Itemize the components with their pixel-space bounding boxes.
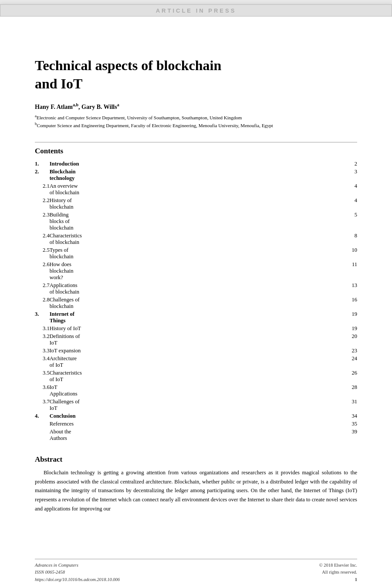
toc-row: 2.4Characteristics of blockchain8 — [35, 232, 357, 246]
toc-row: 3.4Architecture of IoT24 — [35, 355, 357, 369]
toc-page: 20 — [348, 332, 358, 347]
toc-label: Challenges of IoT — [50, 398, 82, 412]
toc-row: 3.1History of IoT19 — [35, 324, 357, 332]
toc-num: 3.1 — [35, 324, 50, 332]
contents-title: Contents — [35, 147, 357, 155]
toc-num: 2.5 — [35, 246, 50, 260]
toc-num: 1. — [35, 160, 50, 168]
toc-label: Applications of blockchain — [50, 281, 82, 296]
footer-doi: https://doi.org/10.1016/bs.adcom.2018.10… — [35, 577, 120, 582]
toc-label: IoT Applications — [50, 383, 82, 398]
toc-row: 2.6How does blockchain work?11 — [35, 260, 357, 281]
toc-page: 3 — [348, 168, 358, 182]
affil-a-text: Electronic and Computer Science Departme… — [37, 115, 242, 120]
toc-label: Characteristics of blockchain — [50, 232, 82, 246]
toc-label: Challenges of blockchain — [50, 296, 82, 310]
toc-row: 2.3Building blocks of blockchain5 — [35, 211, 357, 232]
toc-row: 2.7Applications of blockchain13 — [35, 281, 357, 296]
toc-label: Blockchain technology — [50, 168, 82, 182]
toc-num: 2. — [35, 168, 50, 182]
toc-row: 2.1An overview of blockchain4 — [35, 182, 357, 196]
toc-label: Conclusion — [50, 412, 82, 420]
toc-page: 31 — [348, 398, 358, 412]
toc-page: 10 — [348, 246, 358, 260]
toc-page: 28 — [348, 383, 358, 398]
footer-page-number: 1 — [355, 577, 357, 582]
coauthor-sup: a — [117, 102, 119, 107]
toc-label: About the Authors — [50, 428, 82, 442]
toc-label: Architecture of IoT — [50, 355, 82, 369]
toc-num: 3.5 — [35, 369, 50, 383]
toc-row: 3.2Definitions of IoT20 — [35, 332, 357, 347]
toc-num: 3.2 — [35, 332, 50, 347]
toc-page: 2 — [348, 160, 358, 168]
toc-row: 2.8Challenges of blockchain16 — [35, 296, 357, 310]
footer-left: Advances in Computers ISSN 0065-2458 htt… — [35, 562, 120, 584]
toc-page: 39 — [348, 428, 358, 442]
abstract-section: Abstract Blockchain technology is gettin… — [35, 455, 357, 513]
authors-line: Hany F. Atlama,b, Gary B. Willsa — [35, 102, 357, 111]
footer-copyright: © 2018 Elsevier Inc. — [319, 563, 357, 568]
toc-page: 13 — [348, 281, 358, 296]
toc-row: 2.2History of blockchain4 — [35, 196, 357, 211]
toc-page: 19 — [348, 310, 358, 324]
toc-row: 3.7Challenges of IoT31 — [35, 398, 357, 412]
abstract-title: Abstract — [35, 455, 357, 464]
toc-num: 3. — [35, 310, 50, 324]
contents-section: Contents 1.Introduction22.Blockchain tec… — [35, 147, 357, 442]
footer-issn: ISSN 0065-2458 — [35, 570, 65, 574]
toc-page: 16 — [348, 296, 358, 310]
toc-num: 2.3 — [35, 211, 50, 232]
toc-num — [35, 428, 50, 442]
first-author-sup: a,b — [73, 102, 78, 107]
toc-label: References — [50, 420, 82, 428]
article-in-press-banner: ARTICLE IN PRESS — [0, 4, 392, 17]
footer-journal: Advances in Computers — [35, 563, 78, 568]
toc-page: 4 — [348, 196, 358, 211]
footer-right: © 2018 Elsevier Inc. All rights reserved… — [319, 562, 357, 584]
coauthor-name: , Gary B. Wills — [78, 104, 117, 110]
toc-row: About the Authors39 — [35, 428, 357, 442]
toc-row: 4.Conclusion34 — [35, 412, 357, 420]
toc-row: 3.3IoT expansion23 — [35, 347, 357, 355]
toc-num: 3.7 — [35, 398, 50, 412]
toc-num: 2.2 — [35, 196, 50, 211]
toc-label: Introduction — [50, 160, 82, 168]
toc-page: 26 — [348, 369, 358, 383]
toc-label: How does blockchain work? — [50, 260, 82, 281]
toc-num: 2.6 — [35, 260, 50, 281]
toc-row: 2.Blockchain technology3 — [35, 168, 357, 182]
toc-num: 2.1 — [35, 182, 50, 196]
banner-text: ARTICLE IN PRESS — [156, 7, 237, 14]
toc-num — [35, 420, 50, 428]
toc-page: 23 — [348, 347, 358, 355]
toc-label: History of IoT — [50, 324, 82, 332]
toc-label: Definitions of IoT — [50, 332, 82, 347]
first-author-name: Hany F. Atlam — [35, 104, 73, 110]
toc-label: An overview of blockchain — [50, 182, 82, 196]
toc-num: 3.3 — [35, 347, 50, 355]
toc-label: Building blocks of blockchain — [50, 211, 82, 232]
toc-row: 2.5Types of blockchain10 — [35, 246, 357, 260]
toc-num: 2.7 — [35, 281, 50, 296]
toc-page: 24 — [348, 355, 358, 369]
toc-label: Internet of Things — [50, 310, 82, 324]
toc-label: Types of blockchain — [50, 246, 82, 260]
toc-row: 3.5Characteristics of IoT26 — [35, 369, 357, 383]
toc-page: 4 — [348, 182, 358, 196]
toc-page: 19 — [348, 324, 358, 332]
toc-row: References35 — [35, 420, 357, 428]
footer: Advances in Computers ISSN 0065-2458 htt… — [35, 559, 357, 584]
toc-num: 2.4 — [35, 232, 50, 246]
toc-label: IoT expansion — [50, 347, 82, 355]
toc-num: 3.4 — [35, 355, 50, 369]
toc-num: 3.6 — [35, 383, 50, 398]
toc-row: 1.Introduction2 — [35, 160, 357, 168]
toc-label: History of blockchain — [50, 196, 82, 211]
affil-b-text: Computer Science and Engineering Departm… — [37, 123, 273, 128]
main-title: Technical aspects of blockchainand IoT — [35, 57, 357, 93]
toc-page: 11 — [348, 260, 358, 281]
footer-rights: All rights reserved. — [322, 570, 357, 574]
toc-row: 3.Internet of Things19 — [35, 310, 357, 324]
affiliations: aElectronic and Computer Science Departm… — [35, 113, 357, 129]
